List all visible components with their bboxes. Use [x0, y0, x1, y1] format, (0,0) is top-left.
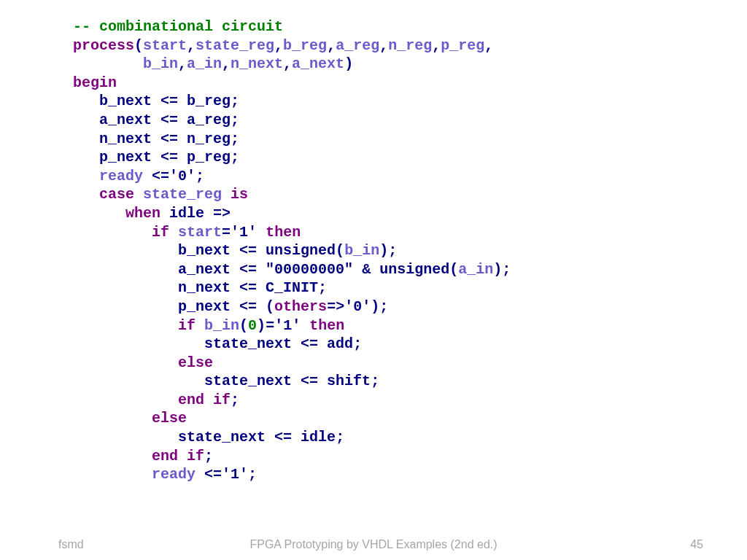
id-idle: idle [169, 205, 204, 222]
op-assign: <= [301, 373, 318, 389]
semi: ; [336, 429, 344, 446]
str-zero: '0' [169, 168, 196, 184]
op-eq: = [222, 224, 231, 241]
lpar: ( [449, 261, 458, 278]
kw-else: else [178, 354, 213, 371]
id-state-reg: state_reg [143, 186, 222, 203]
param-a-reg: a_reg [336, 37, 379, 54]
semi: ; [371, 373, 379, 389]
param-start: start [143, 37, 187, 54]
rpar: ) [493, 261, 502, 278]
comma: , [484, 37, 493, 54]
id-p-reg: p_reg [187, 149, 231, 166]
rpar: ) [371, 298, 379, 315]
kw-then: then [266, 224, 301, 241]
lpar: ( [134, 37, 143, 54]
id-ready: ready [99, 168, 143, 184]
comma: , [187, 37, 196, 54]
kw-case: case [99, 186, 134, 203]
footer-page-number: 45 [690, 538, 703, 551]
id-p-next: p_next [99, 149, 152, 166]
kw-end: end [178, 392, 204, 408]
param-n-reg: n_reg [388, 37, 432, 54]
semi: ; [353, 335, 362, 352]
kw-then: then [309, 317, 344, 334]
lpar: ( [266, 298, 274, 315]
id-unsigned: unsigned [379, 261, 449, 278]
semi: ; [502, 261, 511, 278]
id-a-next: a_next [99, 112, 152, 128]
id-n-next: n_next [178, 279, 231, 296]
op-assign: <= [239, 298, 257, 315]
kw-others: others [274, 298, 327, 315]
comma: , [327, 37, 336, 54]
id-a-reg: a_reg [187, 112, 231, 128]
comment-line: -- combinational circuit [73, 18, 283, 35]
str-zero: '0' [344, 298, 371, 315]
id-ready: ready [152, 466, 196, 483]
id-a-next: a_next [178, 261, 231, 278]
op-amp: & [362, 261, 371, 278]
id-state-next: state_next [178, 429, 266, 446]
param-b-in: b_in [143, 55, 178, 72]
semi: ; [231, 93, 239, 109]
kw-when: when [125, 205, 160, 222]
param-a-next: a_next [292, 55, 344, 72]
op-eq: = [266, 317, 274, 334]
rpar: ) [344, 55, 353, 72]
code-block: -- combinational circuit process(start,s… [73, 18, 511, 484]
semi: ; [379, 298, 388, 315]
id-n-reg: n_reg [187, 131, 231, 147]
num-zero: 0 [248, 317, 257, 334]
id-state-next: state_next [204, 335, 292, 352]
op-assign: <= [204, 466, 222, 483]
op-assign: <= [160, 149, 178, 166]
semi: ; [196, 168, 204, 184]
semi: ; [231, 392, 239, 408]
kw-else: else [152, 410, 187, 427]
comma: , [222, 55, 231, 72]
id-start: start [178, 224, 222, 241]
op-assign: <= [274, 429, 292, 446]
str-one: '1' [274, 317, 301, 334]
id-b-in: b_in [344, 242, 379, 259]
id-state-next: state_next [204, 373, 292, 389]
id-a-in: a_in [458, 261, 493, 278]
id-unsigned: unsigned [266, 242, 336, 259]
kw-end: end [152, 448, 178, 464]
param-n-next: n_next [231, 55, 283, 72]
id-b-reg: b_reg [187, 93, 231, 109]
semi: ; [231, 112, 239, 128]
param-a-in: a_in [187, 55, 222, 72]
semi: ; [204, 448, 213, 464]
comma: , [274, 37, 283, 54]
semi: ; [248, 466, 257, 483]
str-one: '1' [231, 224, 257, 241]
param-p-reg: p_reg [441, 37, 484, 54]
id-c-init: C_INIT [266, 279, 318, 296]
rpar: ) [257, 317, 266, 334]
id-n-next: n_next [99, 131, 152, 147]
semi: ; [388, 242, 397, 259]
op-assign: <= [160, 112, 178, 128]
op-assign: <= [239, 279, 257, 296]
comma: , [283, 55, 292, 72]
kw-begin: begin [73, 74, 117, 91]
op-assign: <= [239, 261, 257, 278]
id-b-next: b_next [178, 242, 231, 259]
op-arrow: => [213, 205, 231, 222]
id-p-next: p_next [178, 298, 231, 315]
id-b-in: b_in [204, 317, 239, 334]
str-one: '1' [222, 466, 248, 483]
param-b-reg: b_reg [283, 37, 327, 54]
kw-if: if [178, 317, 196, 334]
footer-center: FPGA Prototyping by VHDL Examples (2nd e… [0, 538, 747, 551]
comma: , [432, 37, 441, 54]
id-b-next: b_next [99, 93, 152, 109]
op-assign: <= [152, 168, 169, 184]
id-shift: shift [327, 373, 371, 389]
id-idle: idle [301, 429, 336, 446]
kw-if: if [187, 448, 204, 464]
op-assign: <= [160, 131, 178, 147]
semi: ; [231, 149, 239, 166]
